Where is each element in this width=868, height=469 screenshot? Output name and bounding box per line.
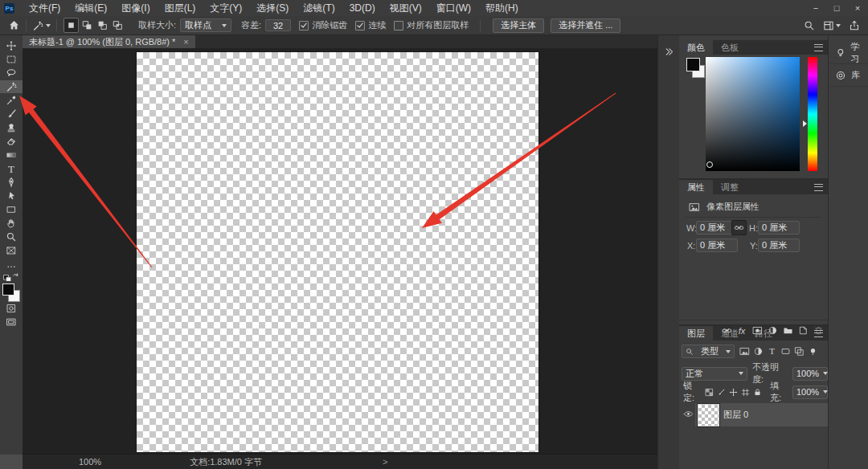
tab-swatches[interactable]: 色板: [713, 40, 747, 55]
menu-view[interactable]: 视图(V): [383, 0, 429, 16]
workspace-switcher-icon[interactable]: [823, 20, 841, 31]
menu-window[interactable]: 窗口(W): [429, 0, 478, 16]
document-tab[interactable]: 未标题-1 @ 100% (图层 0, RGB/8#) * ×: [23, 35, 195, 48]
link-layers-icon[interactable]: [721, 325, 732, 336]
layer-filter-kind-dropdown[interactable]: 类型: [682, 345, 735, 358]
add-layer-mask-icon[interactable]: [751, 325, 763, 336]
status-chevron-icon[interactable]: >: [383, 457, 387, 467]
layer-filter-toggle-icon[interactable]: [806, 346, 820, 357]
tolerance-input[interactable]: [265, 19, 291, 31]
panel-menu-icon[interactable]: [814, 44, 823, 51]
hand-tool[interactable]: [0, 217, 23, 230]
gradient-tool[interactable]: [0, 149, 23, 161]
fill-dropdown[interactable]: 100%: [792, 385, 828, 399]
default-and-swap-colors-icon[interactable]: [0, 271, 23, 281]
layer-visibility-eye-icon[interactable]: [683, 409, 694, 419]
menu-3d[interactable]: 3D(D): [342, 0, 383, 16]
delete-layer-trash-icon[interactable]: [813, 325, 824, 336]
home-icon[interactable]: [8, 19, 20, 31]
zoom-tool[interactable]: [0, 230, 23, 243]
rectangular-marquee-tool[interactable]: [0, 53, 23, 66]
magic-wand-tool-icon[interactable]: [32, 20, 51, 31]
canvas-transparent-checkerboard[interactable]: [137, 52, 538, 452]
lock-all-icon[interactable]: [751, 388, 764, 397]
share-icon[interactable]: [849, 20, 860, 31]
quick-mask-mode-button[interactable]: [0, 302, 23, 315]
lasso-tool[interactable]: [0, 67, 23, 80]
menu-file[interactable]: 文件(F): [22, 0, 68, 16]
menu-help[interactable]: 帮助(H): [478, 0, 526, 16]
tab-close-icon[interactable]: ×: [183, 38, 188, 47]
filter-smart-objects-icon[interactable]: [792, 346, 806, 357]
filter-adjustment-layers-icon[interactable]: [751, 346, 765, 357]
opacity-dropdown[interactable]: 100%: [792, 367, 828, 381]
screen-mode-button[interactable]: [0, 316, 23, 328]
new-adjustment-layer-icon[interactable]: [767, 325, 778, 336]
layer-style-fx-icon[interactable]: fx: [736, 326, 747, 336]
contiguous-checkbox[interactable]: 连续: [355, 19, 386, 31]
lock-transparent-pixels-icon[interactable]: [703, 388, 715, 397]
menu-select[interactable]: 选择(S): [249, 0, 296, 16]
tab-color[interactable]: 颜色: [679, 40, 713, 55]
new-group-folder-icon[interactable]: [782, 325, 793, 336]
clone-stamp-tool[interactable]: [0, 121, 23, 134]
tab-adjustments[interactable]: 调整: [713, 180, 747, 194]
minimize-button[interactable]: −: [805, 1, 826, 16]
layer-thumbnail[interactable]: [698, 404, 719, 426]
filter-type-layers-icon[interactable]: T: [765, 347, 779, 356]
y-field[interactable]: 0 厘米: [758, 239, 800, 252]
new-selection-mode-button[interactable]: [63, 18, 79, 33]
select-and-mask-button[interactable]: 选择并遮住 ...: [551, 18, 620, 33]
direct-selection-tool[interactable]: [0, 190, 23, 202]
move-tool[interactable]: [0, 39, 23, 52]
tab-properties[interactable]: 属性: [679, 180, 713, 194]
lock-image-pixels-icon[interactable]: [715, 388, 727, 397]
menu-type[interactable]: 文字(Y): [203, 0, 249, 16]
canvas-workspace[interactable]: [23, 49, 657, 454]
lock-artboard-icon[interactable]: [739, 388, 751, 397]
new-layer-icon[interactable]: [797, 325, 809, 336]
x-field[interactable]: 0 厘米: [696, 239, 738, 252]
height-field[interactable]: 0 厘米: [758, 221, 800, 234]
menu-filter[interactable]: 滤镜(T): [296, 0, 342, 16]
pen-tool[interactable]: [0, 176, 23, 189]
menu-edit[interactable]: 编辑(E): [68, 0, 114, 16]
sample-size-dropdown[interactable]: 取样点: [180, 18, 231, 32]
filter-shape-layers-icon[interactable]: [779, 346, 792, 357]
libraries-panel-button[interactable]: 库: [829, 64, 868, 87]
status-zoom-field[interactable]: 100%: [79, 457, 101, 467]
hue-slider[interactable]: [808, 57, 817, 171]
type-tool[interactable]: T: [0, 162, 23, 175]
foreground-color-swatch[interactable]: [686, 58, 700, 71]
add-to-selection-mode-button[interactable]: [80, 18, 94, 32]
color-picker-cursor[interactable]: [706, 161, 713, 168]
close-button[interactable]: ×: [847, 1, 868, 16]
learn-panel-button[interactable]: 学习: [829, 42, 868, 64]
menu-layer[interactable]: 图层(L): [158, 0, 203, 16]
sample-all-layers-checkbox[interactable]: 对所有图层取样: [394, 19, 469, 31]
rectangle-tool[interactable]: [0, 203, 23, 216]
link-dimensions-icon[interactable]: [731, 220, 747, 235]
hue-slider-cursor[interactable]: [803, 120, 807, 127]
maximize-button[interactable]: □: [826, 1, 847, 16]
anti-alias-checkbox[interactable]: 消除锯齿: [299, 19, 347, 31]
lock-position-icon[interactable]: [727, 388, 739, 397]
saturation-brightness-field[interactable]: [706, 57, 800, 171]
select-subject-button[interactable]: 选择主体: [493, 18, 544, 33]
search-icon[interactable]: [804, 20, 815, 31]
foreground-background-swatches[interactable]: [2, 283, 20, 302]
brush-tool[interactable]: [0, 108, 23, 120]
frame-tool[interactable]: [0, 244, 23, 257]
blend-mode-dropdown[interactable]: 正常: [682, 367, 747, 381]
eraser-tool[interactable]: [0, 135, 23, 148]
more-tools-ellipsis-icon[interactable]: …: [0, 258, 23, 271]
intersect-selection-mode-button[interactable]: [111, 18, 125, 32]
magic-wand-tool[interactable]: [0, 80, 23, 93]
menu-image[interactable]: 图像(I): [114, 0, 157, 16]
expand-panels-icon[interactable]: [663, 45, 676, 58]
foreground-color-swatch[interactable]: [2, 283, 14, 296]
panel-menu-icon[interactable]: [814, 184, 823, 191]
eyedropper-tool[interactable]: [0, 94, 23, 107]
filter-pixel-layers-icon[interactable]: [738, 346, 751, 357]
subtract-from-selection-mode-button[interactable]: [96, 18, 109, 32]
